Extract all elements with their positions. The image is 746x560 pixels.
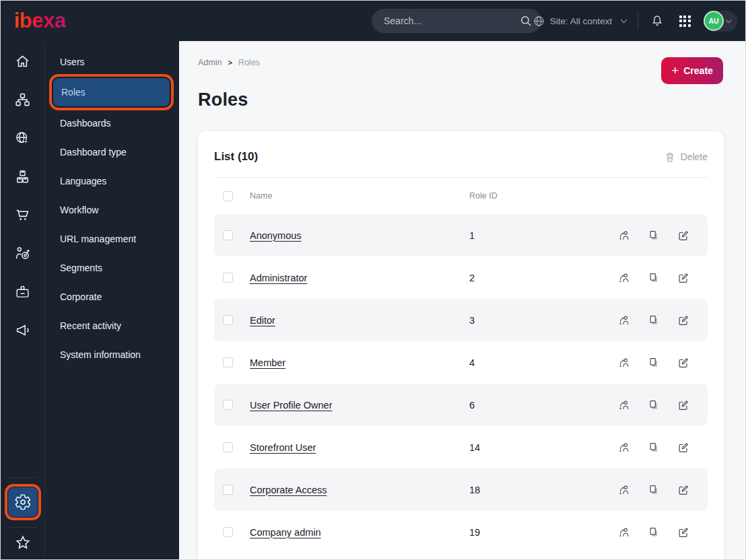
user-menu[interactable]: AU: [704, 11, 737, 32]
row-checkbox[interactable]: [223, 485, 233, 495]
globe-cursor-icon[interactable]: [14, 129, 32, 147]
role-id: 4: [469, 357, 618, 368]
row-checkbox[interactable]: [223, 273, 233, 283]
copy-icon[interactable]: [648, 399, 660, 411]
plus-icon: +: [671, 64, 679, 77]
copy-icon[interactable]: [648, 230, 660, 242]
audience-target-icon[interactable]: [14, 244, 32, 262]
select-all-checkbox[interactable]: [223, 191, 233, 201]
main-content: Admin > Roles + Create Roles List (10): [179, 41, 745, 559]
sidebar-item-languages[interactable]: Languages: [52, 166, 171, 195]
copy-icon[interactable]: [648, 272, 660, 284]
edit-icon[interactable]: [677, 230, 689, 242]
sidebar-item-roles[interactable]: Roles: [53, 78, 170, 106]
copy-icon[interactable]: [648, 357, 660, 369]
role-name-link[interactable]: Company admin: [250, 527, 469, 538]
sidebar-item-users[interactable]: Users: [52, 47, 171, 76]
packages-icon[interactable]: [14, 168, 32, 185]
row-actions: [618, 230, 699, 242]
bell-icon[interactable]: [648, 12, 666, 30]
content-tree-icon[interactable]: [14, 91, 32, 108]
breadcrumb: Admin > Roles: [198, 58, 724, 67]
copy-icon[interactable]: [648, 442, 660, 454]
copy-icon[interactable]: [648, 526, 660, 538]
edit-icon[interactable]: [677, 272, 689, 284]
role-name-link[interactable]: Member: [250, 357, 469, 368]
row-actions: [618, 399, 699, 411]
menu-item-label: System information: [60, 349, 141, 360]
assign-user-icon[interactable]: [618, 484, 630, 496]
sidebar-item-workflow[interactable]: Workflow: [52, 195, 171, 224]
sidebar-item-system-information[interactable]: System information: [52, 340, 171, 369]
row-checkbox[interactable]: [223, 315, 233, 325]
assign-user-icon[interactable]: [618, 272, 630, 284]
sidebar-item-dashboard-type[interactable]: Dashboard type: [52, 137, 171, 166]
sidebar-item-corporate[interactable]: Corporate: [52, 282, 171, 311]
breadcrumb-admin[interactable]: Admin: [198, 58, 222, 67]
global-search: [372, 9, 541, 33]
table-body: Anonymous 1: [214, 214, 708, 553]
cart-icon[interactable]: [14, 206, 32, 223]
role-name-link[interactable]: User Profile Owner: [250, 400, 469, 411]
row-actions: [618, 357, 699, 369]
edit-icon[interactable]: [677, 357, 689, 369]
star-icon[interactable]: [14, 534, 32, 551]
sidebar-item-dashboards[interactable]: Dashboards: [52, 108, 171, 137]
menu-item-label: Segments: [60, 262, 102, 273]
assign-user-icon[interactable]: [618, 399, 630, 411]
role-name-link[interactable]: Anonymous: [250, 230, 469, 241]
copy-icon[interactable]: [648, 314, 660, 326]
site-context-selector[interactable]: Site: All context: [533, 15, 628, 27]
topbar: ibexa Site: All context: [1, 1, 745, 41]
table-row: Corporate Access 18: [214, 468, 708, 511]
sidebar-item-recent-activity[interactable]: Recent activity: [52, 311, 171, 340]
role-id: 2: [469, 273, 618, 283]
role-id: 18: [469, 485, 618, 495]
assign-user-icon[interactable]: [618, 357, 630, 369]
role-id: 1: [469, 230, 618, 241]
menu-item-label: Languages: [60, 176, 106, 186]
copy-icon[interactable]: [648, 484, 660, 496]
delete-button[interactable]: Delete: [665, 151, 708, 163]
edit-icon[interactable]: [677, 399, 689, 411]
delete-button-label: Delete: [681, 151, 708, 162]
id-badge-icon[interactable]: [14, 283, 32, 300]
role-name-link[interactable]: Administrator: [250, 273, 469, 283]
site-context-label: Site: All context: [550, 16, 612, 26]
table-row: Editor 3: [214, 299, 708, 341]
role-name-link[interactable]: Corporate Access: [250, 485, 469, 495]
grid-apps-icon[interactable]: [676, 12, 693, 30]
row-checkbox[interactable]: [223, 230, 233, 240]
row-actions: [618, 314, 699, 326]
search-input[interactable]: [372, 9, 541, 33]
create-button[interactable]: + Create: [661, 57, 723, 84]
row-actions: [618, 272, 699, 284]
home-icon[interactable]: [14, 53, 32, 70]
assign-user-icon[interactable]: [618, 314, 630, 326]
edit-icon[interactable]: [677, 484, 689, 496]
role-id: 14: [469, 442, 618, 453]
assign-user-icon[interactable]: [618, 442, 630, 454]
edit-icon[interactable]: [677, 442, 689, 454]
row-checkbox[interactable]: [223, 527, 233, 537]
table-row: Storefront User 14: [214, 426, 708, 468]
sidebar-item-url-management[interactable]: URL management: [52, 224, 171, 253]
sidebar-divider: [9, 477, 37, 478]
row-checkbox[interactable]: [223, 442, 233, 452]
search-icon[interactable]: [519, 14, 533, 28]
row-checkbox[interactable]: [223, 357, 233, 368]
sidebar-item-segments[interactable]: Segments: [52, 253, 171, 282]
edit-icon[interactable]: [677, 314, 689, 326]
role-name-link[interactable]: Editor: [250, 315, 469, 326]
gear-icon[interactable]: [8, 487, 38, 517]
globe-icon: [533, 15, 545, 27]
ibexa-logo[interactable]: ibexa: [14, 9, 66, 33]
row-checkbox[interactable]: [223, 400, 233, 410]
sidebar-divider: [9, 527, 37, 528]
assign-user-icon[interactable]: [618, 526, 630, 538]
sidebar-bottom-group: [8, 477, 38, 559]
assign-user-icon[interactable]: [618, 230, 630, 242]
megaphone-icon[interactable]: [14, 321, 32, 339]
role-name-link[interactable]: Storefront User: [250, 442, 469, 453]
edit-icon[interactable]: [677, 526, 689, 538]
